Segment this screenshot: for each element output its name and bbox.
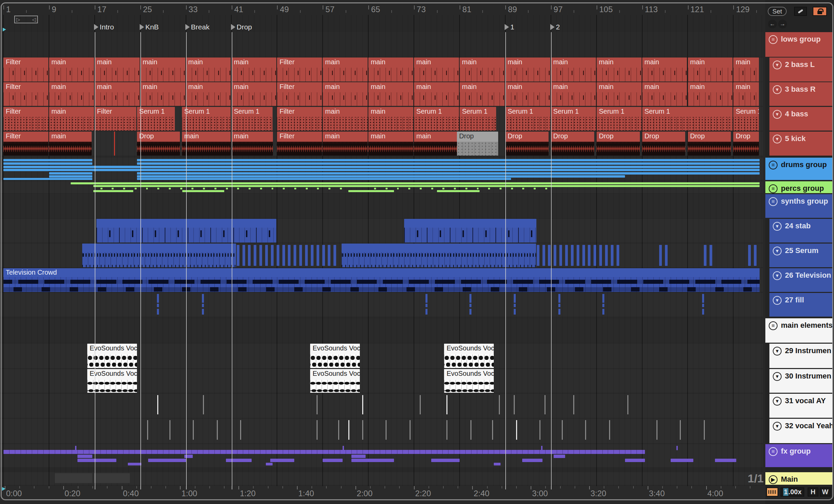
clip-vocal-sliver[interactable] [348, 420, 349, 440]
serum-stripe-clip[interactable] [617, 245, 619, 266]
clip-bassr-filter[interactable]: Filter [277, 82, 322, 106]
locator-1[interactable]: 1 [505, 23, 514, 31]
serum-stripe-clip[interactable] [594, 245, 596, 266]
clip-evosounds[interactable]: EvoSounds Voc [87, 344, 137, 368]
clip-bassr-main[interactable]: main [733, 82, 759, 106]
sidebar-track-27-fill[interactable]: ▾27 fill [769, 293, 833, 316]
serum-stripe-clip[interactable] [659, 245, 662, 266]
serum-stripe-clip[interactable] [271, 245, 273, 266]
clip-serum[interactable] [82, 244, 236, 267]
arrangement-timeline[interactable]: 191725334149576573818997105113121129 ▷ ◁… [0, 0, 765, 504]
clip-bass-serum1[interactable]: Serum 1 [182, 107, 231, 131]
clip-vocal-sliver[interactable] [157, 395, 158, 414]
clip-kick-main[interactable]: main [182, 132, 231, 156]
clip-evosounds[interactable]: EvoSounds Voc [310, 369, 360, 393]
serum-stripe-clip[interactable] [559, 245, 562, 266]
clip-fill[interactable] [702, 294, 704, 314]
sidebar-track-31-vocal-ay[interactable]: ▾31 vocal AY [769, 394, 833, 418]
clip-bassl-main[interactable]: main [368, 58, 413, 82]
clip-bass-serum1[interactable]: Serum 1 [597, 107, 641, 131]
serum-stripe-clip[interactable] [282, 245, 285, 266]
sidebar-track-2-bass-l[interactable]: ▾2 bass L [769, 58, 833, 82]
clip-fill[interactable] [202, 294, 204, 314]
clip-bassl-filter[interactable]: Filter [277, 58, 322, 82]
clip-stab[interactable] [96, 219, 277, 243]
clip-bassl-filter[interactable]: Filter [3, 58, 48, 82]
clip-bass-serum1[interactable]: Serum 1 [137, 107, 175, 131]
serum-stripe-clip[interactable] [548, 245, 551, 266]
serum-stripe-clip[interactable] [265, 245, 268, 266]
sidebar-track-5-kick[interactable]: ▾5 kick [769, 132, 833, 156]
clip-fill[interactable] [558, 294, 561, 314]
clip-bass-serum1[interactable]: Serum 1 [505, 107, 550, 131]
clip-bassl-main[interactable]: main [323, 58, 368, 82]
clip-bassl-main[interactable]: main [232, 58, 277, 82]
clip-bass-serum1[interactable]: Serum 1 [414, 107, 459, 131]
loop-brace-icon[interactable]: ▷ ◁ [14, 16, 38, 23]
clip-evosounds[interactable]: EvoSounds Voc [444, 344, 494, 368]
clip-vocal-sliver[interactable] [492, 420, 493, 440]
clip-vocal-sliver[interactable] [193, 420, 194, 440]
clip-bassr-main[interactable]: main [49, 82, 94, 106]
zoom-height-button[interactable]: H [808, 487, 818, 497]
clip-vocal-sliver[interactable] [562, 420, 563, 440]
serum-stripe-clip[interactable] [242, 245, 245, 266]
zoom-width-button[interactable]: W [820, 487, 831, 497]
clip-kick-drop[interactable]: Drop [457, 132, 499, 156]
clip-bassr-filter[interactable]: Filter [3, 82, 48, 106]
serum-stripe-clip[interactable] [248, 245, 250, 266]
serum-stripe-clip[interactable] [588, 245, 591, 266]
clip-bass-filter[interactable]: Filter [277, 107, 322, 131]
clip-kick-main[interactable]: main [232, 132, 273, 156]
clip-vocal-sliver[interactable] [203, 395, 204, 414]
clip-bassl-main[interactable]: main [140, 58, 185, 82]
serum-stripe-clip[interactable] [605, 245, 608, 266]
sidebar-track-synths-group[interactable]: ≡synths group [765, 194, 833, 218]
serum-stripe-clip[interactable] [293, 245, 296, 266]
clip-vocal-sliver[interactable] [573, 395, 574, 414]
clip-vocal-sliver[interactable] [338, 420, 339, 440]
clip-bass-serum1[interactable]: Serum 1 [642, 107, 733, 131]
sidebar-track-25-serum[interactable]: ▾25 Serum [769, 244, 833, 267]
locator-intro[interactable]: Intro [94, 23, 114, 31]
clip-bassr-main[interactable]: main [232, 82, 277, 106]
clip-fill[interactable] [514, 294, 516, 314]
clip-vocal-sliver[interactable] [585, 420, 586, 440]
serum-stripe-clip[interactable] [543, 245, 545, 266]
clip-vocal-sliver[interactable] [316, 420, 317, 440]
sidebar-track-32-vocal-yeah[interactable]: ▾32 vocal Yeah [769, 419, 833, 443]
serum-stripe-clip[interactable] [665, 245, 667, 266]
serum-stripe-clip[interactable] [704, 245, 706, 266]
serum-stripe-clip[interactable] [583, 245, 585, 266]
clip-bassr-main[interactable]: main [505, 82, 550, 106]
clip-evosounds[interactable]: EvoSounds Voc [87, 369, 137, 393]
clip-vocal-sliver[interactable] [627, 395, 628, 414]
time-ruler[interactable]: 0:000:200:401:001:201:402:002:202:403:00… [0, 486, 765, 501]
sidebar-track-26-television[interactable]: ▾26 Television [769, 268, 833, 292]
clip-kick-drop[interactable]: Drop [642, 132, 685, 156]
locator-knb[interactable]: KnB [140, 23, 159, 31]
clip-kick-main[interactable]: main [49, 132, 92, 156]
serum-stripe-clip[interactable] [322, 245, 325, 266]
serum-stripe-clip[interactable] [259, 245, 262, 266]
clip-kick-drop[interactable]: Drop [733, 132, 759, 156]
clip-bassl-main[interactable]: main [733, 58, 759, 82]
clip-vocal-sliver[interactable] [609, 420, 610, 440]
clip-bassr-main[interactable]: main [368, 82, 413, 106]
clip-bassl-main[interactable]: main [597, 58, 641, 82]
clip-fill[interactable] [157, 294, 159, 314]
clip-bassl-main[interactable]: main [688, 58, 733, 82]
clip-bass-filter[interactable]: Filter [3, 107, 48, 131]
clip-bassr-main[interactable]: main [460, 82, 505, 106]
serum-stripe-clip[interactable] [599, 245, 602, 266]
clip-kick-main[interactable]: main [368, 132, 413, 156]
clip-kick-drop[interactable]: Drop [551, 132, 594, 156]
serum-stripe-clip[interactable] [333, 245, 336, 266]
clip-bass-main[interactable]: main [49, 107, 94, 131]
clip-bassr-main[interactable]: main [414, 82, 459, 106]
clip-vocal-sliver[interactable] [446, 395, 447, 414]
serum-stripe-clip[interactable] [305, 245, 308, 266]
serum-stripe-clip[interactable] [537, 245, 540, 266]
clip-bassl-main[interactable]: main [49, 58, 94, 82]
clip-bassr-main[interactable]: main [688, 82, 733, 106]
